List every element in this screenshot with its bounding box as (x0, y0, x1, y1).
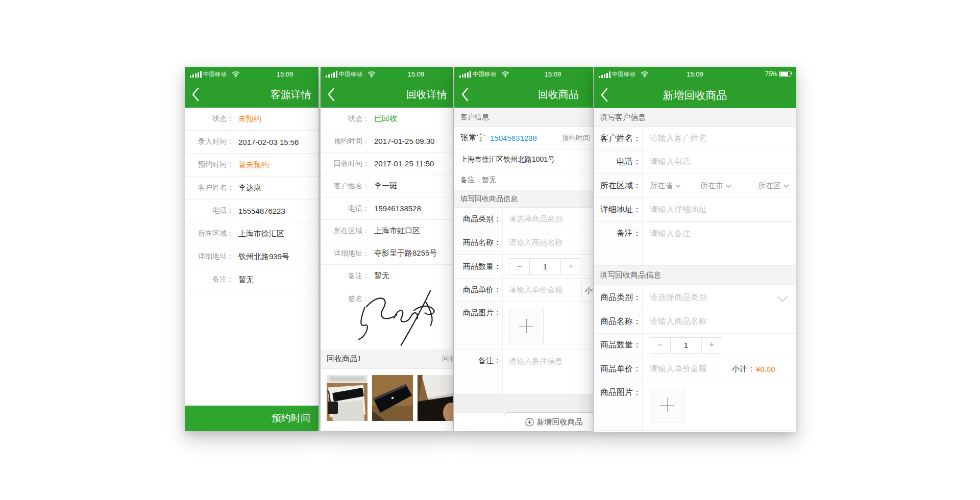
address-input[interactable]: 请输入详细地址 (643, 198, 796, 221)
carrier-label: 中国移动 (339, 70, 362, 78)
status-bar: 中国移动 15:09 (185, 67, 318, 81)
field-row-recycle-time: 回收时间：2017-01-25 11:50 (321, 153, 453, 175)
form-row-name: 商品名称： 请输入商品名称 (594, 310, 796, 334)
chevron-down-icon[interactable] (777, 295, 788, 304)
customer-name-input[interactable]: 请输入客户姓名 (643, 127, 796, 150)
form-row-image: 商品图片： (594, 381, 796, 431)
back-button[interactable] (327, 87, 336, 104)
appointment-time-label: 预约时间 (561, 134, 590, 143)
form-row-note: 备注： 请输入备注 (594, 222, 796, 266)
circled-plus-icon (525, 418, 534, 427)
minus-button[interactable]: − (509, 258, 529, 274)
product-name-input[interactable]: 请输入商品名称 (643, 310, 796, 333)
field-row-note: 备注：暂无 (185, 268, 318, 291)
unit-price-input[interactable]: 请输入单价金额 (503, 279, 593, 301)
wifi-icon (501, 70, 509, 80)
goods-form-section-header: 填写回收商品信息 (454, 190, 593, 208)
status-bar: 中国移动 15:09 (454, 67, 593, 81)
note-input[interactable]: 请输入备注 (643, 222, 796, 265)
add-recycle-product-button[interactable]: 新增回收商品 (504, 412, 593, 431)
form-row-image: 商品图片： (454, 302, 593, 349)
unit-price-input[interactable]: 请输入单价金额 (643, 357, 719, 381)
signature-row: 签名： (321, 287, 453, 350)
quantity-stepper: − 1 + (650, 337, 722, 354)
field-row-address: 详细地址：钦州北路939号 (185, 245, 318, 268)
chevron-down-icon (783, 184, 789, 188)
detail-list: 状态：未预约 录入时间：2017-02-03 15:56 预约时间：暂未预约 客… (185, 108, 318, 291)
province-select[interactable]: 所在省 (650, 181, 681, 191)
status-bar: 中国移动 15:09 75% (594, 67, 796, 82)
product-photo[interactable] (418, 375, 453, 421)
wifi-icon (368, 70, 376, 80)
form-row-category: 商品类别： 请选择商品类别 (454, 208, 593, 231)
back-button[interactable] (460, 87, 470, 104)
minus-button[interactable]: − (650, 337, 670, 354)
spacer (454, 394, 593, 413)
upload-photo-button[interactable] (650, 388, 684, 422)
status-badge: 已回收 (374, 114, 397, 123)
category-select[interactable]: 请选择商品类别 (503, 208, 593, 231)
field-row-status: 状态：未预约 (185, 108, 318, 131)
battery-percent: 75% (765, 70, 777, 78)
field-row-region: 所在区域：上海市徐汇区 (185, 222, 318, 245)
field-row-entry-time: 录入时间：2017-02-03 15:56 (185, 131, 318, 154)
status-bar: 中国移动 15:09 (321, 67, 453, 81)
detail-list: 状态：已回收 预约时间：2017-01-25 09:30 回收时间：2017-0… (321, 108, 453, 431)
field-row-customer-name: 客户姓名：李达康 (185, 177, 318, 199)
upload-photo-button[interactable] (509, 309, 544, 343)
category-select[interactable]: 请选择商品类别 (643, 285, 796, 310)
chevron-down-icon (726, 184, 731, 188)
subtotal-label-fragment: 小计 (585, 286, 593, 295)
signal-bars-icon (326, 71, 337, 78)
form-row-region: 所在区域： 所在省 所在市 所在区 (594, 174, 796, 198)
field-row-customer-name: 客户姓名：李一斑 (321, 175, 453, 197)
form-row-quantity: 商品数量： − 1 + (594, 334, 796, 357)
field-row-address: 详细地址：夺影呈于路8255号 (321, 242, 453, 265)
customer-summary-row: 张常宁 15045631238 预约时间 (454, 127, 593, 149)
quantity-value: 1 (670, 337, 702, 354)
goods-section-title: 回收商品1 (327, 354, 361, 364)
product-name-input[interactable]: 请输入商品名称 (503, 231, 593, 254)
plus-button[interactable]: + (702, 337, 722, 354)
field-row-phone: 电话：15946138528 (321, 197, 453, 220)
status-badge: 未预约 (238, 114, 261, 124)
appointment-time-button[interactable]: 预约时间 (185, 406, 318, 431)
product-photo[interactable] (327, 375, 368, 421)
clock: 15:09 (401, 70, 431, 78)
back-button[interactable] (191, 87, 200, 104)
carrier-label: 中国移动 (473, 70, 496, 78)
customer-form-section-header: 填写客户信息 (594, 108, 796, 127)
district-select[interactable]: 所在区 (758, 181, 789, 191)
form-row-price: 商品单价： 请输入单价金额 小计 (454, 279, 593, 302)
nav-bar: 回收详情 (321, 81, 453, 108)
subtotal-value: ¥0.00 (756, 365, 775, 373)
screen-recycle-detail: 中国移动 15:09 回收详情 状态：已回收 预约时间：2017-01-25 0… (321, 67, 453, 431)
goods-section-right-fragment: 回收 (442, 355, 453, 364)
page-title: 回收详情 (406, 88, 447, 102)
product-photo[interactable] (372, 375, 413, 421)
screen-add-recycle-goods: 中国移动 15:09 75% 新增回收商品 填写客户信息 客户姓名： 请输入客户… (594, 67, 796, 432)
form-row-customer-name: 客户姓名： 请输入客户姓名 (594, 127, 796, 151)
clock: 15:09 (270, 70, 300, 78)
signal-bars-icon (459, 71, 471, 78)
nav-bar: 新增回收商品 (594, 82, 796, 108)
quantity-value: 1 (529, 258, 561, 274)
customer-phone-link[interactable]: 15045631238 (490, 134, 537, 142)
carrier-label: 中国移动 (203, 70, 227, 78)
phone-input[interactable]: 请输入电话 (643, 151, 796, 173)
customer-info-section-header: 客户信息 (454, 108, 593, 127)
plus-button[interactable]: + (561, 258, 581, 274)
page-title: 客源详情 (271, 88, 311, 102)
city-select[interactable]: 所在市 (700, 181, 731, 191)
note-input[interactable]: 请输入备注信息 (643, 431, 796, 432)
goods-form-section-header: 填写回收商品信息 (594, 266, 796, 285)
product-caption: 小米5 高配版 3G+64G (327, 430, 453, 431)
note-input[interactable]: 请输入备注信息 (503, 349, 593, 394)
nav-bar: 回收商品 (454, 81, 593, 108)
signature-image (350, 288, 447, 351)
screen-recycle-goods: 中国移动 15:09 回收商品 客户信息 张常宁 15045631238 预约时… (454, 67, 593, 431)
form-row-address: 详细地址： 请输入详细地址 (594, 198, 796, 222)
field-row-appointment-time: 预约时间：暂未预约 (185, 154, 318, 177)
customer-address: 上海市徐汇区钦州北路1001号 (454, 149, 593, 170)
field-row-note: 备注：暂无 (321, 265, 453, 287)
